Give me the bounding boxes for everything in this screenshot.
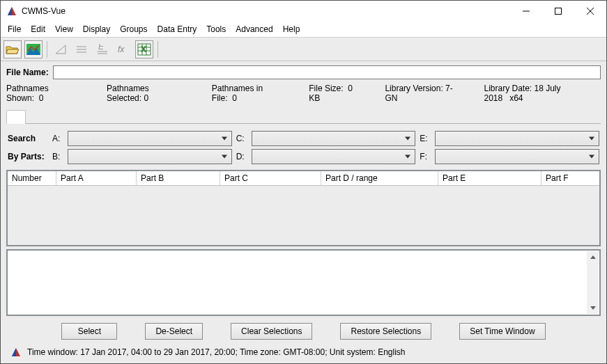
stat-library-version: Library Version: 7-GN	[385, 84, 464, 103]
search-label-2: By Parts:	[8, 152, 48, 161]
maximize-button[interactable]	[542, 1, 574, 22]
col-part-d[interactable]: Part D / range	[321, 171, 438, 185]
menu-data-entry[interactable]: Data Entry	[153, 23, 201, 35]
set-time-window-button[interactable]: Set Time Window	[459, 323, 545, 340]
titlebar: CWMS-Vue	[1, 1, 606, 22]
window-controls	[510, 1, 606, 22]
toolbar-separator-2	[157, 41, 158, 58]
svg-text:fx: fx	[118, 45, 125, 54]
body: File Name: Pathnames Shown: 0 Pathnames …	[1, 61, 606, 363]
grey-tool-2	[72, 40, 91, 58]
svg-text:E: E	[98, 44, 105, 52]
menu-tools[interactable]: Tools	[202, 23, 230, 35]
excel-button[interactable]: X	[135, 40, 153, 58]
col-part-e[interactable]: Part E	[438, 171, 541, 185]
menubar: File Edit View Display Groups Data Entry…	[1, 22, 606, 38]
select-button[interactable]: Select	[61, 323, 117, 340]
filename-input[interactable]	[53, 65, 601, 79]
toolbar-separator	[47, 41, 47, 58]
deselect-button[interactable]: De-Select	[145, 323, 203, 340]
open-folder-icon	[6, 44, 20, 55]
col-part-b[interactable]: Part B	[137, 171, 220, 185]
part-a-label: A:	[52, 134, 63, 143]
app-window: CWMS-Vue File Edit View Display Groups D…	[0, 0, 607, 364]
table-header: Number Part A Part B Part C Part D / ran…	[8, 171, 599, 186]
menu-groups[interactable]: Groups	[116, 23, 151, 35]
chart-button[interactable]	[24, 40, 43, 58]
part-d-combo[interactable]	[252, 149, 416, 164]
restore-selections-button[interactable]: Restore Selections	[340, 323, 431, 340]
app-logo-icon	[6, 6, 17, 17]
results-table[interactable]: Number Part A Part B Part C Part D / ran…	[6, 170, 601, 246]
empty-tab[interactable]	[6, 110, 26, 124]
menu-file[interactable]: File	[3, 23, 25, 35]
fx-icon: fx	[117, 44, 130, 55]
menu-view[interactable]: View	[51, 23, 77, 35]
svg-marker-25	[12, 348, 16, 356]
grey-triangle-icon	[54, 44, 67, 55]
filename-row: File Name:	[6, 65, 601, 79]
menu-help[interactable]: Help	[279, 23, 305, 35]
tab-strip	[6, 109, 601, 124]
svg-marker-10	[56, 45, 66, 54]
menu-edit[interactable]: Edit	[26, 23, 49, 35]
svg-rect-3	[555, 8, 562, 15]
svg-marker-1	[8, 7, 12, 15]
search-by-parts: Search A: C: E: By Parts: B: D: F:	[6, 127, 601, 167]
window-title: CWMS-Vue	[22, 6, 510, 16]
part-b-label: B:	[52, 152, 63, 161]
part-d-label: D:	[236, 152, 247, 161]
menu-display[interactable]: Display	[79, 23, 114, 35]
status-logo-icon	[10, 347, 22, 358]
toolbar: E fx X	[1, 38, 606, 61]
col-number[interactable]: Number	[8, 171, 56, 185]
grey-tool-1	[52, 40, 70, 58]
scroll-up-icon[interactable]	[587, 251, 599, 263]
part-b-combo[interactable]	[68, 149, 232, 164]
stat-file-size: File Size: 0 KB	[309, 84, 365, 103]
search-label-1: Search	[8, 134, 48, 143]
scroll-down-icon[interactable]	[587, 302, 599, 314]
filename-label: File Name:	[6, 68, 49, 77]
stat-pathnames-shown: Pathnames Shown: 0	[6, 84, 87, 103]
fx-tool: fx	[114, 40, 132, 58]
action-buttons: Select De-Select Clear Selections Restor…	[6, 319, 601, 342]
grey-e-lines-icon: E	[96, 44, 109, 55]
close-button[interactable]	[574, 1, 606, 22]
scrollbar[interactable]	[587, 251, 599, 314]
part-f-combo[interactable]	[435, 149, 599, 164]
stat-library-date: Library Date: 18 July 2018 x64	[484, 84, 601, 103]
open-button[interactable]	[3, 40, 22, 58]
clear-selections-button[interactable]: Clear Selections	[231, 323, 312, 340]
stat-pathnames-selected: Pathnames Selected: 0	[107, 84, 192, 103]
excel-icon: X	[137, 43, 151, 56]
part-e-combo[interactable]	[435, 131, 599, 146]
col-part-f[interactable]: Part F	[541, 171, 599, 185]
col-part-a[interactable]: Part A	[56, 171, 137, 185]
text-output-pane[interactable]	[6, 249, 601, 316]
menu-advanced[interactable]: Advanced	[231, 23, 277, 35]
minimize-button[interactable]	[510, 1, 542, 22]
chart-landscape-icon	[26, 44, 40, 55]
part-e-label: E:	[420, 134, 431, 143]
stat-pathnames-in-file: Pathnames in File: 0	[212, 84, 289, 103]
col-part-c[interactable]: Part C	[220, 171, 321, 185]
grey-tool-3: E	[93, 40, 112, 58]
svg-text:X: X	[141, 45, 146, 54]
part-c-label: C:	[236, 134, 247, 143]
status-text: Time window: 17 Jan 2017, 04:00 to 29 Ja…	[27, 347, 406, 357]
part-a-combo[interactable]	[68, 131, 232, 146]
part-f-label: F:	[420, 152, 431, 161]
grey-lines-icon	[75, 44, 88, 55]
statusbar: Time window: 17 Jan 2017, 04:00 to 29 Ja…	[6, 345, 601, 361]
svg-marker-7	[6, 49, 19, 54]
stats-row: Pathnames Shown: 0 Pathnames Selected: 0…	[6, 82, 601, 106]
part-c-combo[interactable]	[252, 131, 416, 146]
